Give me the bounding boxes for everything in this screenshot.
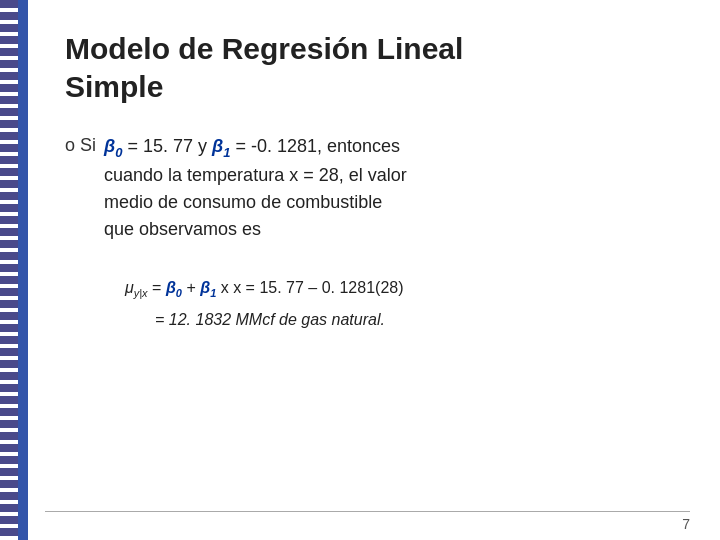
formula-line-2: = 12. 1832 MMcf de gas natural. — [155, 311, 690, 329]
decorative-bar-left — [0, 0, 18, 540]
beta0: β0 — [104, 136, 122, 156]
bullet-item: o Si β0 = 15. 77 y β1 = -0. 1281, entonc… — [65, 133, 690, 243]
formula-line-1: μy|x = β0 + β1 x x = 15. 77 – 0. 1281(28… — [125, 275, 690, 303]
bullet-section: o Si β0 = 15. 77 y β1 = -0. 1281, entonc… — [65, 133, 690, 251]
bottom-separator — [45, 511, 690, 512]
slide: Modelo de Regresión Lineal Simple o Si β… — [0, 0, 720, 540]
beta1: β1 — [212, 136, 230, 156]
slide-title: Modelo de Regresión Lineal Simple — [65, 30, 690, 105]
bullet-text: β0 = 15. 77 y β1 = -0. 1281, entonces cu… — [104, 133, 407, 243]
slide-content: Modelo de Regresión Lineal Simple o Si β… — [45, 0, 720, 540]
decorative-bar-blue — [18, 0, 28, 540]
page-number: 7 — [682, 516, 690, 532]
bullet-marker: o Si — [65, 135, 96, 156]
title-section: Modelo de Regresión Lineal Simple — [65, 30, 690, 105]
formula-section: μy|x = β0 + β1 x x = 15. 77 – 0. 1281(28… — [125, 275, 690, 329]
